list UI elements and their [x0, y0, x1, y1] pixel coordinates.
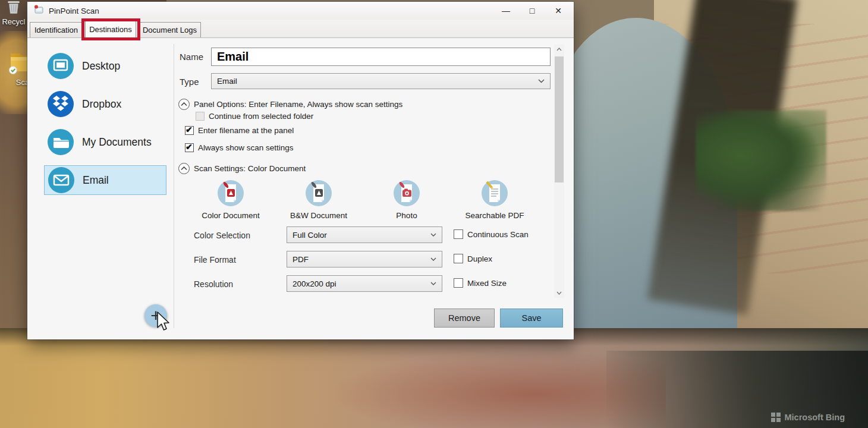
pinpoint-scan-window: PinPoint Scan — □ ✕ Identification Desti…: [27, 2, 574, 339]
sidebar-item-label: Email: [83, 174, 109, 187]
preset-bw-document[interactable]: B&W Document: [280, 180, 357, 220]
chevron-down-icon: [538, 79, 545, 83]
scroll-up-arrow[interactable]: [554, 45, 564, 54]
preset-label: Color Document: [192, 211, 269, 220]
enter-filename-checkbox[interactable]: [185, 126, 194, 135]
collapse-icon[interactable]: [178, 99, 190, 110]
checkbox-row-continue-from-folder: Continue from selected folder: [196, 112, 313, 121]
checkbox-label: Always show scan settings: [198, 143, 294, 152]
color-selection-dropdown[interactable]: Full Color: [287, 226, 442, 243]
color-selection-label: Color Selection: [194, 231, 250, 240]
tab-identification[interactable]: Identification: [30, 22, 83, 37]
rock-striations: [654, 24, 868, 273]
preset-photo[interactable]: Photo: [368, 180, 445, 220]
scan-settings-header-text: Scan Settings: Color Document: [194, 164, 306, 173]
destinations-panel: Desktop Dropbox: [27, 38, 574, 339]
watermark-text: Microsoft Bing: [785, 413, 845, 422]
sidebar-item-my-documents[interactable]: My Documents: [44, 127, 166, 157]
tab-document-logs[interactable]: Document Logs: [139, 22, 201, 37]
resolution-dropdown[interactable]: 200x200 dpi: [287, 275, 442, 292]
collapse-icon[interactable]: [178, 163, 190, 174]
continuous-scan-row: Continuous Scan: [454, 229, 529, 239]
checkbox-label: Enter filename at the panel: [198, 126, 294, 135]
canyon-rock-right: [654, 0, 868, 369]
color-document-icon: [217, 180, 244, 207]
type-dropdown[interactable]: Email: [211, 73, 551, 89]
window-title: PinPoint Scan: [49, 7, 99, 15]
chevron-down-icon: [430, 233, 436, 237]
checkbox-row-enter-filename: Enter filename at the panel: [185, 126, 294, 135]
blue-gray-boulder: [553, 18, 737, 428]
window-controls: — □ ✕: [493, 2, 571, 20]
file-format-label: File Format: [194, 255, 236, 265]
panel-options-header: Panel Options: Enter Filename, Always sh…: [178, 99, 402, 110]
preset-label: B&W Document: [280, 211, 357, 220]
file-format-value: PDF: [293, 255, 309, 264]
mixed-size-checkbox[interactable]: [454, 278, 463, 288]
always-show-settings-checkbox[interactable]: [185, 143, 194, 152]
email-icon: [48, 167, 74, 193]
checkbox-label: Continuous Scan: [467, 230, 529, 239]
close-button[interactable]: ✕: [545, 2, 571, 20]
maximize-button[interactable]: □: [519, 2, 545, 20]
bw-document-icon: [305, 180, 332, 207]
app-icon: [33, 4, 44, 17]
continuous-scan-checkbox[interactable]: [454, 229, 463, 239]
dropbox-icon: [48, 91, 74, 117]
file-format-dropdown[interactable]: PDF: [287, 251, 442, 268]
color-selection-value: Full Color: [293, 231, 327, 240]
checkbox-row-always-show: Always show scan settings: [185, 143, 294, 152]
red-rock-streak: [333, 352, 666, 428]
vertical-scrollbar[interactable]: [554, 45, 564, 298]
preset-label: Photo: [368, 211, 445, 220]
preset-searchable-pdf[interactable]: Searchable PDF: [456, 180, 533, 220]
recycle-bin-desktop-icon[interactable]: Recycl: [0, 0, 27, 26]
documents-folder-icon: [48, 129, 74, 155]
chevron-down-icon: [430, 257, 436, 261]
duplex-row: Duplex: [454, 254, 492, 263]
preset-color-document[interactable]: Color Document: [192, 180, 269, 220]
desktop-screen: Recycl Sca PinPoint Scan: [0, 0, 868, 428]
type-label: Type: [180, 77, 199, 87]
photo-icon: [393, 180, 420, 207]
recycle-bin-label: Recycl: [0, 17, 27, 26]
mixed-size-row: Mixed Size: [454, 278, 507, 288]
remove-button[interactable]: Remove: [434, 309, 495, 328]
preset-label: Searchable PDF: [456, 211, 533, 220]
checkbox-label: Mixed Size: [467, 279, 507, 288]
duplex-checkbox[interactable]: [454, 254, 463, 263]
tab-strip: Identification Destinations Document Log…: [27, 20, 574, 38]
checkbox-label: Continue from selected folder: [209, 112, 313, 121]
sidebar-item-email[interactable]: Email: [44, 165, 166, 195]
sidebar-item-label: My Documents: [82, 136, 152, 149]
sidebar-item-desktop[interactable]: Desktop: [44, 51, 166, 81]
scan-settings-header: Scan Settings: Color Document: [178, 163, 306, 174]
continue-from-folder-checkbox[interactable]: [196, 112, 205, 121]
desktop-icon: [48, 53, 74, 79]
chevron-down-icon: [430, 282, 436, 285]
microsoft-logo-icon: [771, 413, 781, 422]
scroll-down-arrow[interactable]: [554, 288, 564, 298]
sidebar-divider: [174, 44, 174, 328]
save-button[interactable]: Save: [500, 309, 563, 328]
recycle-bin-icon: [4, 7, 23, 16]
green-bush: [696, 110, 826, 211]
resolution-label: Resolution: [194, 279, 233, 289]
name-label: Name: [180, 52, 203, 62]
tab-destinations[interactable]: Destinations: [85, 20, 136, 37]
resolution-value: 200x200 dpi: [293, 279, 336, 288]
panel-options-header-text: Panel Options: Enter Filename, Always sh…: [194, 100, 402, 109]
name-input[interactable]: [211, 48, 551, 66]
minimize-button[interactable]: —: [493, 2, 519, 20]
checkbox-label: Duplex: [467, 254, 492, 263]
sidebar-item-label: Dropbox: [82, 98, 121, 111]
type-dropdown-value: Email: [217, 77, 237, 86]
searchable-pdf-icon: [481, 180, 508, 207]
scrollbar-thumb[interactable]: [555, 56, 564, 182]
title-bar[interactable]: PinPoint Scan — □ ✕: [27, 2, 574, 20]
dark-crevice: [647, 0, 797, 315]
sidebar-item-dropbox[interactable]: Dropbox: [44, 89, 166, 119]
sidebar-item-label: Desktop: [82, 60, 120, 73]
mouse-cursor: [156, 311, 171, 335]
bing-watermark: Microsoft Bing: [771, 413, 845, 422]
